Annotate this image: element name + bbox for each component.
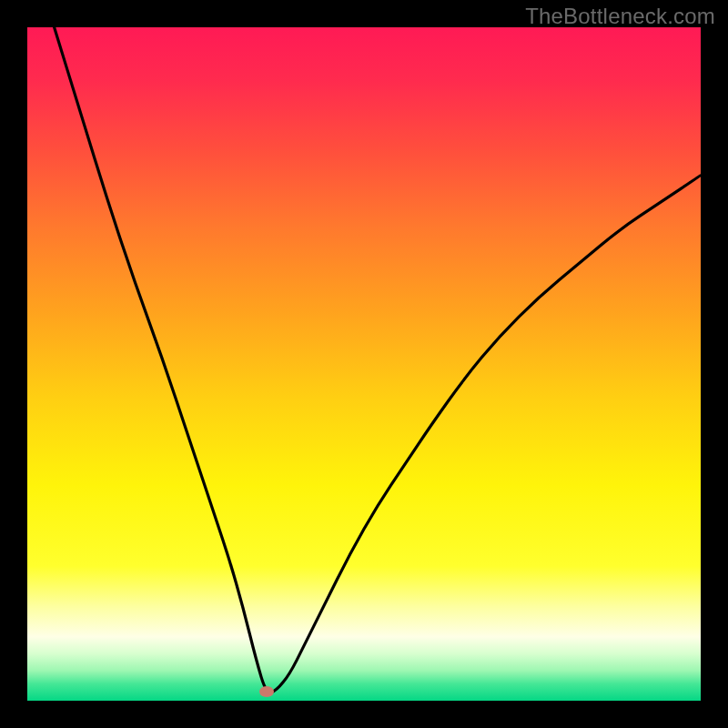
chart-frame: TheBottleneck.com — [0, 0, 728, 728]
minimum-marker — [259, 686, 274, 697]
plot-area — [27, 27, 701, 701]
bottleneck-curve — [27, 27, 701, 701]
watermark-text: TheBottleneck.com — [525, 4, 715, 29]
